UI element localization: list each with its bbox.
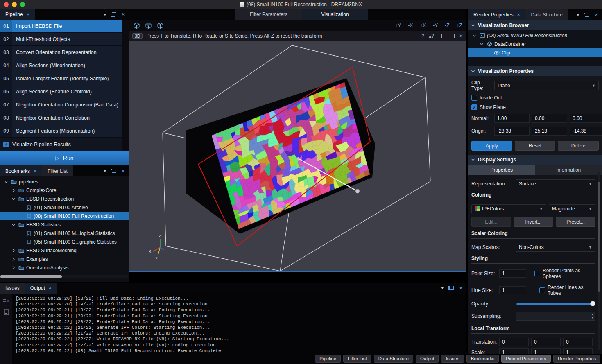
chevron-right-icon[interactable] (11, 188, 16, 192)
close-panel-icon[interactable]: ✕ (121, 11, 125, 17)
pipeline-item-convert-orientation-representation[interactable]: 03Convert Orientation Representation (0, 46, 122, 59)
apply-button[interactable]: Apply (471, 141, 512, 151)
bookmark-item-ebsd-statistics[interactable]: EBSD Statistics (0, 220, 129, 229)
tab-data-structure[interactable]: Data Structure (526, 9, 568, 20)
inside-out-checkbox[interactable] (471, 95, 477, 101)
clip-type-dropdown[interactable]: Plane ▼ (494, 81, 599, 90)
bookmark-item-pipelines[interactable]: pipelines (0, 177, 129, 186)
pipeline-item-isolate-largest-feature-identify-sample[interactable]: 05Isolate Largest Feature (Identify Samp… (0, 72, 122, 85)
close-tab-icon[interactable]: ✕ (516, 12, 520, 18)
orientation-button-x[interactable]: +X (420, 23, 426, 28)
pipeline-item-import-h5ebsd-file[interactable]: 01Import H5EBSD File (0, 20, 122, 33)
statusbar-button-issues[interactable]: Issues (441, 355, 464, 363)
view-cube-icon[interactable] (145, 22, 152, 29)
undock-icon[interactable] (111, 169, 116, 173)
statusbar-button-output[interactable]: Output (416, 355, 439, 363)
browser-item-08-small-in100-full-reconstruction[interactable]: (08) Small IN100 Full Reconstruction (468, 31, 602, 40)
chevron-down-icon[interactable]: ▾ (577, 12, 579, 18)
visualize-results-checkbox[interactable] (3, 142, 9, 147)
chevron-down-icon[interactable] (471, 34, 477, 38)
split-vertical-icon[interactable] (439, 34, 444, 38)
spinner-arrows-icon[interactable]: ▲▼ (591, 313, 594, 319)
bookmark-item-ebsd-reconstruction[interactable]: EBSD Reconstruction (0, 194, 129, 203)
line-size-input[interactable] (499, 286, 526, 294)
close-tab-icon[interactable]: ✕ (26, 12, 30, 17)
normal-z-input[interactable] (570, 114, 602, 123)
statusbar-button-render-properties[interactable]: Render Properties (553, 355, 600, 363)
close-tab-icon[interactable]: ✕ (33, 168, 37, 174)
close-panel-icon[interactable]: ✕ (594, 12, 598, 18)
translation-x-input[interactable] (499, 338, 529, 346)
pipeline-item-neighbor-orientation-comparison-bad-data[interactable]: 07Neighbor Orientation Comparison (Bad D… (0, 98, 122, 111)
undock-icon[interactable] (584, 13, 589, 17)
save-log-icon[interactable] (4, 309, 9, 317)
pipeline-item-neighbor-orientation-correlation[interactable]: 08Neighbor Orientation Correlation (0, 111, 122, 124)
chevron-down-icon[interactable] (3, 180, 9, 184)
tab-render-properties[interactable]: Render Properties ✕ (468, 9, 526, 20)
axes-cube-icon[interactable] (157, 22, 164, 29)
statusbar-button-pipeline[interactable]: Pipeline (315, 355, 341, 363)
tab-filter-parameters[interactable]: Filter Parameters (235, 9, 302, 20)
scrollbar-handle[interactable] (598, 182, 600, 292)
tab-bookmarks[interactable]: Bookmarks ✕ (0, 165, 42, 176)
delete-button[interactable]: Delete (558, 141, 599, 151)
reset-button[interactable]: Reset (515, 141, 556, 151)
close-tab-icon[interactable]: ✕ (48, 285, 52, 291)
camera-reset-icon[interactable] (133, 22, 140, 29)
tab-information[interactable]: Information (535, 165, 602, 175)
undock-icon[interactable] (111, 12, 116, 17)
orientation-button-y[interactable]: +Y (395, 23, 401, 28)
tab-filter-list[interactable]: Filter List (42, 165, 73, 176)
opacity-slider[interactable] (516, 301, 595, 307)
point-size-input[interactable] (499, 269, 526, 278)
pipeline-item-align-sections-feature-centroid[interactable]: 06Align Sections (Feature Centroid) (0, 85, 122, 98)
pipeline-item-segment-features-misorientation[interactable]: 09Segment Features (Misorientation) (0, 124, 122, 138)
bookmark-item-01-small-in100-archive[interactable]: (01) Small IN100 Archive (0, 203, 129, 212)
run-button[interactable]: ▷ Run (0, 151, 129, 165)
undock-icon[interactable] (448, 286, 454, 290)
chevron-down-icon[interactable]: ▾ (441, 285, 444, 291)
bookmark-item-complexcore[interactable]: ComplexCore (0, 186, 129, 194)
close-view-icon[interactable]: ✕ (459, 33, 463, 39)
origin-z-input[interactable] (570, 127, 602, 136)
show-plane-checkbox[interactable] (471, 104, 477, 110)
close-window-button[interactable] (4, 2, 9, 7)
translation-z-input[interactable] (563, 338, 593, 346)
tab-pipeline[interactable]: Pipeline ✕ (0, 9, 35, 20)
camera-help-icon[interactable]: ▴? (429, 33, 434, 39)
pipeline-item-align-sections-misorientation[interactable]: 04Align Sections (Misorientation) (0, 59, 122, 72)
representation-dropdown[interactable]: Surface ▼ (516, 179, 595, 188)
close-panel-icon[interactable]: ✕ (459, 285, 463, 291)
origin-x-input[interactable] (494, 127, 530, 136)
tab-properties[interactable]: Properties (468, 165, 535, 175)
scale-x-input[interactable] (499, 348, 529, 354)
zoom-window-button[interactable] (20, 2, 25, 7)
tab-visualization[interactable]: Visualization (302, 9, 368, 20)
chevron-right-icon[interactable] (11, 257, 16, 261)
bookmark-item-examples[interactable]: Examples (0, 255, 129, 263)
statusbar-button-pinned-parameters[interactable]: Pinned Parameters (501, 355, 550, 363)
pick-help-icon[interactable]: ·? (420, 33, 425, 39)
chevron-right-icon[interactable] (11, 266, 16, 270)
map-scalars-dropdown[interactable]: Non-Colors ▼ (516, 243, 595, 252)
export-log-icon[interactable] (3, 297, 9, 304)
colormap-dropdown[interactable]: IPFColors ▼ (471, 204, 546, 213)
preset-colormap-button[interactable]: Preset... (556, 217, 595, 227)
pipeline-item-multi-threshold-objects[interactable]: 02Multi-Threshold Objects (0, 33, 122, 46)
bookmark-item-05-small-in100-c-graphic-statistics[interactable]: (05) Small IN100 C...graphic Statistics (0, 237, 129, 246)
statusbar-button-bookmarks[interactable]: Bookmarks (466, 355, 499, 363)
scale-z-input[interactable] (563, 348, 593, 354)
console-log[interactable]: [2023:02:20 09:29:20] [18/22] Fill Bad D… (12, 294, 466, 364)
chevron-down-icon[interactable] (479, 42, 484, 46)
translation-y-input[interactable] (531, 338, 561, 346)
edit-colormap-button[interactable]: Edit... (471, 217, 511, 227)
3d-viewport[interactable]: ZXY (129, 41, 466, 272)
bookmark-item-08-small-in100-full-reconstruction[interactable]: (08) Small IN100 Full Reconstruction (0, 212, 129, 220)
statusbar-button-data-structure[interactable]: Data Structure (374, 355, 413, 363)
orientation-button-z[interactable]: -Z (445, 23, 449, 28)
close-panel-icon[interactable]: ✕ (121, 168, 125, 174)
invert-colormap-button[interactable]: Invert... (514, 217, 553, 227)
tab-issues[interactable]: Issues (0, 283, 25, 294)
visualization-browser-header[interactable]: Visualization Browser (468, 20, 602, 30)
slider-knob[interactable] (590, 301, 595, 306)
